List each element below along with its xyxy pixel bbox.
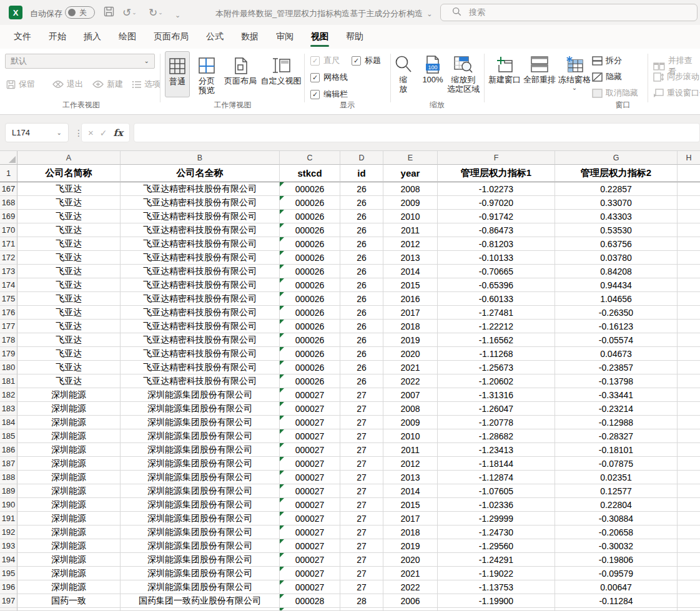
cell[interactable]: 飞亚达 (17, 292, 121, 306)
cell[interactable]: 飞亚达精密科技股份有限公司 (121, 306, 280, 320)
cell[interactable] (555, 608, 678, 611)
cell[interactable]: 2011 (383, 443, 438, 457)
cell[interactable]: 000026 (280, 265, 340, 278)
cell[interactable]: -0.86473 (438, 223, 555, 237)
cell[interactable]: 飞亚达精密科技股份有限公司 (121, 278, 280, 292)
cell[interactable]: 000027 (280, 416, 340, 429)
cell[interactable]: 深圳能源 (17, 416, 121, 429)
cell[interactable]: 飞亚达 (17, 306, 121, 320)
row-header[interactable]: 177 (0, 320, 17, 333)
cell[interactable]: 28 (340, 594, 383, 608)
cell[interactable]: 飞亚达精密科技股份有限公司 (121, 374, 280, 388)
cell[interactable]: -1.23413 (438, 443, 555, 457)
cell[interactable] (678, 320, 700, 333)
tab-file[interactable]: 文件 (5, 25, 40, 49)
headings-checkbox[interactable]: ✓ 标题 (352, 55, 381, 66)
cell[interactable]: 深圳能源集团股份有限公司 (121, 553, 280, 567)
cell[interactable]: -0.30884 (555, 512, 678, 525)
cell[interactable]: 2015 (383, 498, 438, 512)
insert-function-icon[interactable]: fx (114, 127, 123, 139)
cell[interactable] (280, 608, 340, 611)
cell[interactable] (678, 333, 700, 347)
cell[interactable]: 深圳能源集团股份有限公司 (121, 484, 280, 498)
sheet-view-dropdown[interactable]: 默认 ⌄ (5, 54, 155, 69)
cell[interactable]: 000027 (280, 512, 340, 525)
cell[interactable]: -0.30032 (555, 539, 678, 553)
cell[interactable]: 2011 (383, 223, 438, 237)
tab-page-layout[interactable]: 页面布局 (145, 25, 197, 49)
cell[interactable] (678, 429, 700, 443)
cell[interactable]: 2008 (383, 402, 438, 416)
cell[interactable]: 深圳能源集团股份有限公司 (121, 402, 280, 416)
cell[interactable]: -0.11284 (555, 594, 678, 608)
normal-view-button[interactable]: 普通 (165, 51, 190, 97)
cell[interactable]: 深圳能源 (17, 525, 121, 539)
cell[interactable]: -1.18144 (438, 457, 555, 471)
cell[interactable]: 2020 (383, 347, 438, 361)
cell[interactable]: 深圳能源集团股份有限公司 (121, 429, 280, 443)
cell[interactable]: -1.16562 (438, 333, 555, 347)
cell[interactable] (678, 498, 700, 512)
search-input[interactable]: 搜索 (440, 4, 698, 21)
cell[interactable]: 飞亚达精密科技股份有限公司 (121, 210, 280, 223)
cell[interactable]: 27 (340, 443, 383, 457)
cell[interactable] (678, 402, 700, 416)
cell[interactable]: 深圳能源 (17, 471, 121, 484)
cell[interactable]: 深圳能源集团股份有限公司 (121, 539, 280, 553)
select-all-button[interactable] (0, 151, 17, 165)
cell[interactable]: 飞亚达精密科技股份有限公司 (121, 292, 280, 306)
cell[interactable]: 深圳能源 (17, 512, 121, 525)
cell[interactable] (121, 608, 280, 611)
name-box[interactable]: L174 ⌄ (5, 123, 69, 142)
cell[interactable] (678, 165, 700, 182)
cell[interactable]: 000026 (280, 333, 340, 347)
cell[interactable]: 27 (340, 580, 383, 594)
cell[interactable]: -1.13753 (438, 580, 555, 594)
cell[interactable]: -1.26047 (438, 402, 555, 416)
cell[interactable]: 27 (340, 471, 383, 484)
cell[interactable]: 26 (340, 292, 383, 306)
row-header[interactable]: 193 (0, 539, 17, 553)
new-window-button[interactable]: 新建窗口 (488, 54, 521, 84)
cell[interactable]: 000027 (280, 484, 340, 498)
cell[interactable]: 000027 (280, 553, 340, 567)
tab-draw[interactable]: 绘图 (110, 25, 145, 49)
cell[interactable] (678, 388, 700, 402)
cell[interactable]: 000026 (280, 210, 340, 223)
cell[interactable]: 深圳能源 (17, 457, 121, 471)
cell[interactable] (678, 443, 700, 457)
cell[interactable]: 飞亚达 (17, 210, 121, 223)
cell[interactable]: 管理层权力指标2 (555, 165, 678, 182)
cell[interactable]: 26 (340, 306, 383, 320)
cell[interactable]: -1.02273 (438, 182, 555, 196)
cell[interactable]: 2012 (383, 237, 438, 251)
cell[interactable]: 深圳能源集团股份有限公司 (121, 525, 280, 539)
cell[interactable]: 2014 (383, 484, 438, 498)
cell[interactable]: 飞亚达精密科技股份有限公司 (121, 251, 280, 265)
cell[interactable]: 27 (340, 498, 383, 512)
column-header-h[interactable]: H (678, 151, 700, 165)
cell[interactable] (678, 567, 700, 580)
cell[interactable]: 000026 (280, 292, 340, 306)
cell[interactable]: 飞亚达 (17, 251, 121, 265)
column-header-d[interactable]: D (340, 151, 383, 165)
cell[interactable]: 2017 (383, 306, 438, 320)
cell[interactable]: -1.02336 (438, 498, 555, 512)
cell[interactable]: -0.33441 (555, 388, 678, 402)
cell[interactable]: 2022 (383, 580, 438, 594)
cell[interactable]: 2019 (383, 539, 438, 553)
cell[interactable] (438, 608, 555, 611)
row-header[interactable]: 190 (0, 498, 17, 512)
cell[interactable]: 深圳能源 (17, 580, 121, 594)
cell[interactable]: 2006 (383, 594, 438, 608)
row-header[interactable]: 197 (0, 594, 17, 608)
cell[interactable]: 000027 (280, 525, 340, 539)
cell[interactable]: 2021 (383, 567, 438, 580)
cell[interactable]: 26 (340, 361, 383, 374)
cell[interactable]: 深圳能源 (17, 388, 121, 402)
page-break-preview-button[interactable]: 分页 预览 (192, 55, 221, 95)
row-header[interactable]: 186 (0, 443, 17, 457)
cell[interactable]: -0.23857 (555, 361, 678, 374)
cell[interactable]: 深圳能源 (17, 484, 121, 498)
cell[interactable]: -1.29560 (438, 539, 555, 553)
